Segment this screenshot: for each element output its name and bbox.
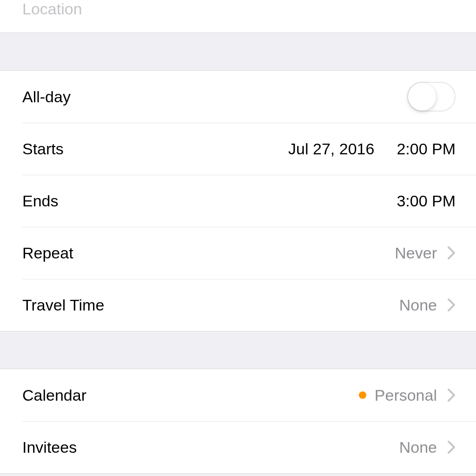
invitees-label: Invitees: [22, 438, 77, 456]
details-section: Calendar Personal Invitees None: [0, 369, 476, 473]
section-separator: [0, 473, 476, 476]
allday-row[interactable]: All-day: [0, 71, 476, 123]
ends-row[interactable]: Ends 3:00 PM: [0, 175, 476, 227]
chevron-right-icon: [447, 298, 456, 312]
location-placeholder: Location: [22, 0, 82, 18]
travel-time-value: None: [399, 296, 437, 314]
repeat-value: Never: [395, 244, 437, 262]
location-section: Location: [0, 0, 476, 33]
location-row[interactable]: Location: [0, 0, 476, 33]
travel-time-row[interactable]: Travel Time None: [0, 279, 476, 331]
chevron-right-icon: [447, 440, 456, 454]
ends-time: 3:00 PM: [397, 192, 456, 210]
repeat-row[interactable]: Repeat Never: [0, 227, 476, 279]
travel-time-label: Travel Time: [22, 296, 104, 314]
starts-label: Starts: [22, 140, 64, 158]
allday-toggle[interactable]: [407, 82, 456, 112]
invitees-row[interactable]: Invitees None: [0, 421, 476, 473]
calendar-row[interactable]: Calendar Personal: [0, 369, 476, 421]
calendar-label: Calendar: [22, 386, 86, 404]
timing-section: All-day Starts Jul 27, 2016 2:00 PM Ends…: [0, 71, 476, 331]
invitees-value: None: [399, 438, 437, 456]
section-separator: [0, 331, 476, 369]
chevron-right-icon: [447, 388, 456, 402]
repeat-label: Repeat: [22, 244, 73, 262]
starts-time: 2:00 PM: [397, 140, 456, 158]
calendar-color-dot: [359, 391, 366, 399]
section-separator: [0, 33, 476, 71]
calendar-value: Personal: [375, 386, 437, 404]
starts-date: Jul 27, 2016: [288, 140, 374, 158]
starts-row[interactable]: Starts Jul 27, 2016 2:00 PM: [0, 123, 476, 175]
allday-label: All-day: [22, 88, 71, 106]
chevron-right-icon: [447, 246, 456, 260]
ends-label: Ends: [22, 192, 59, 210]
toggle-knob: [408, 83, 436, 111]
